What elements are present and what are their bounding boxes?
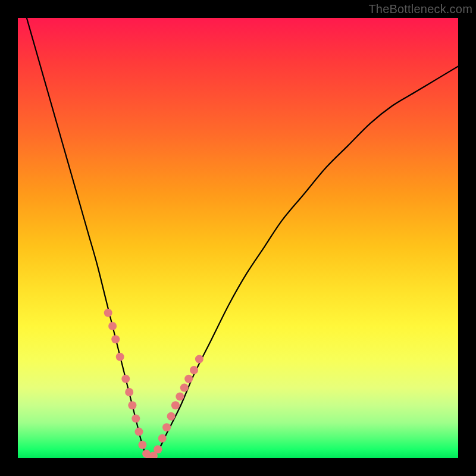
data-point [154, 445, 162, 453]
watermark-text: TheBottleneck.com [368, 2, 472, 16]
plot-area [18, 18, 458, 458]
data-points [104, 309, 203, 458]
data-point [104, 309, 112, 317]
data-point [171, 401, 180, 409]
data-point [125, 388, 133, 396]
data-point [116, 353, 124, 361]
data-point [135, 428, 143, 436]
data-point [108, 322, 117, 330]
data-point [190, 366, 198, 374]
data-point [176, 392, 184, 400]
data-point [195, 355, 203, 364]
data-point [167, 412, 176, 421]
chart-frame: TheBottleneck.com [0, 0, 476, 476]
data-point [131, 414, 140, 422]
data-point [184, 375, 193, 383]
plot-svg [18, 18, 458, 458]
data-point [162, 423, 171, 431]
data-point [121, 375, 130, 383]
data-point [128, 401, 136, 409]
bottleneck-curve [27, 18, 458, 458]
data-point [138, 441, 146, 449]
data-point [158, 434, 167, 443]
data-point [111, 335, 120, 343]
data-point [180, 384, 189, 392]
